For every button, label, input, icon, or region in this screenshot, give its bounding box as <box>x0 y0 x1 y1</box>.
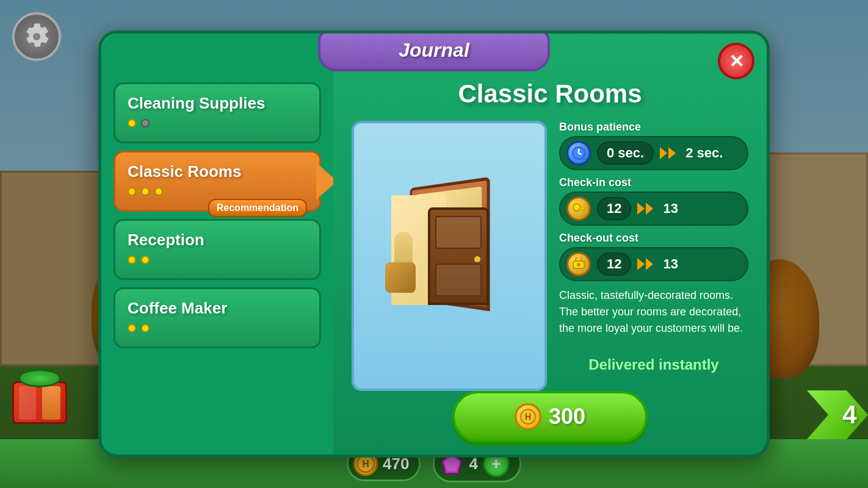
close-button[interactable]: ✕ <box>718 43 754 79</box>
buy-price: 300 <box>549 404 585 429</box>
door-closed-wrapper <box>428 207 489 305</box>
room-image <box>352 121 547 391</box>
stats-and-description: Bonus patience 0 sec. <box>559 121 748 391</box>
book-icon[interactable] <box>12 381 73 436</box>
top-content-row: Bonus patience 0 sec. <box>352 121 748 391</box>
checkout-icon <box>566 252 591 276</box>
dot-2 <box>141 256 150 264</box>
svg-text:H: H <box>525 412 531 422</box>
dot-1 <box>128 119 136 127</box>
checkout-coin-icon <box>572 257 585 271</box>
recommendation-badge: Recommendation <box>208 199 307 217</box>
key-icon <box>571 201 586 216</box>
content-bottom: H 300 <box>352 391 748 442</box>
checkout-cost-stat: Check-out cost 12 <box>559 232 748 281</box>
door-closed-panel <box>428 207 489 305</box>
journal-modal: Journal ✕ Cleaning Supplies Classic Room… <box>98 30 770 458</box>
settings-button[interactable] <box>12 12 61 61</box>
checkin-cost-stat: Check-in cost 12 <box>559 176 748 226</box>
dot-1 <box>128 256 136 264</box>
buy-button[interactable]: H 300 <box>452 391 648 442</box>
svg-rect-2 <box>579 207 585 209</box>
arrow-right-indicator <box>316 163 333 199</box>
sidebar-dots-classic <box>128 187 307 196</box>
patience-arrow <box>660 147 676 159</box>
clock-icon <box>571 146 586 160</box>
sidebar-item-reception[interactable]: Reception <box>114 219 321 280</box>
item-description: Classic, tastefully-decorated rooms. The… <box>559 287 748 337</box>
checkout-arrow <box>637 258 653 270</box>
bonus-patience-bar: 0 sec. 2 sec. <box>559 136 748 170</box>
patience-icon <box>566 141 591 165</box>
svg-point-5 <box>577 263 580 267</box>
gear-icon <box>22 22 51 51</box>
book-shape <box>12 381 67 424</box>
journal-title-bar: Journal <box>318 30 550 71</box>
dot-2 <box>141 187 150 196</box>
delivered-text: Delivered instantly <box>559 356 748 373</box>
checkin-arrow <box>637 203 653 215</box>
svg-text:H: H <box>362 459 369 469</box>
checkin-icon <box>566 196 591 221</box>
dot-2 <box>141 119 150 127</box>
sidebar-dots-cleaning <box>128 119 307 127</box>
sidebar-dots-coffee <box>128 324 307 332</box>
content-title: Classic Rooms <box>352 79 748 109</box>
level-number: 4 <box>842 400 856 429</box>
svg-rect-3 <box>582 209 584 211</box>
sidebar-dots-reception <box>128 256 307 264</box>
sidebar-item-classic-rooms[interactable]: Classic Rooms Recommendation <box>114 151 321 212</box>
dot-2 <box>141 324 150 332</box>
journal-content: Classic Rooms <box>333 34 767 454</box>
checkin-bar: 12 13 <box>559 192 748 226</box>
door-illustration <box>397 195 501 317</box>
journal-title: Journal <box>399 39 469 62</box>
book-glow <box>18 369 61 387</box>
dot-1 <box>128 187 136 196</box>
chair <box>385 262 416 293</box>
buy-coin-icon: H <box>515 403 541 430</box>
dot-1 <box>128 324 136 332</box>
door-knob <box>474 256 480 262</box>
sidebar-item-cleaning-supplies[interactable]: Cleaning Supplies <box>114 82 321 143</box>
bonus-patience-stat: Bonus patience 0 sec. <box>559 121 748 170</box>
dot-3 <box>154 187 163 196</box>
checkout-bar: 12 13 <box>559 247 748 281</box>
journal-sidebar: Cleaning Supplies Classic Rooms Recommen… <box>101 34 333 454</box>
sidebar-item-coffee-maker[interactable]: Coffee Maker <box>114 287 321 348</box>
